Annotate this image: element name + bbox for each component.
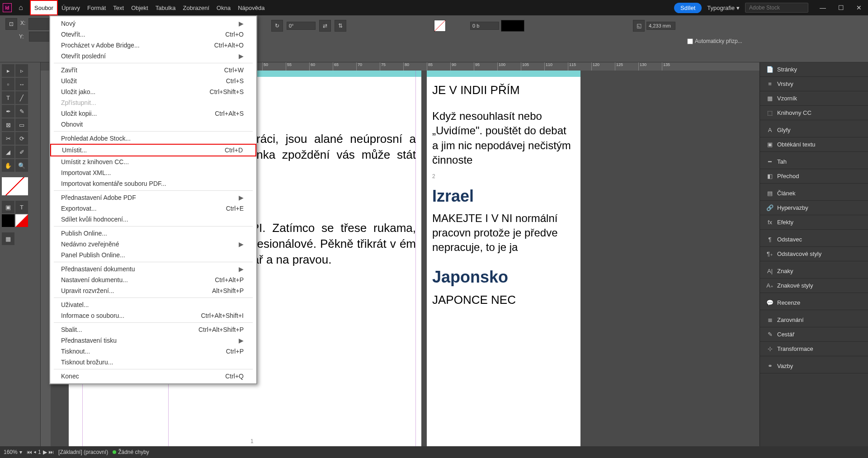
ref-point-icon[interactable]: ⊡	[5, 18, 17, 30]
format-container-icon[interactable]: ▣	[2, 201, 14, 213]
document-page-right[interactable]: JE V INDII PŘÍM Když nesouhlasít nebo „U…	[427, 71, 580, 446]
menu-nápověda[interactable]: Nápověda	[234, 0, 268, 15]
panel-vazby[interactable]: ⚭Vazby	[760, 359, 868, 373]
eyedropper-tool[interactable]: ✐	[15, 146, 28, 158]
maximize-button[interactable]: ☐	[832, 2, 850, 13]
panel-glyfy[interactable]: AGlyfy	[760, 123, 868, 137]
menu-item[interactable]: Přednastavení tisku▶	[50, 335, 256, 346]
pencil-tool[interactable]: ✎	[15, 105, 28, 118]
menu-item[interactable]: Upravit rozvržení...Alt+Shift+P	[50, 285, 256, 296]
menu-item[interactable]: Přednastavení dokumentu▶	[50, 264, 256, 274]
flip-v-icon[interactable]: ⇅	[335, 20, 346, 32]
menu-item[interactable]: Prohledat Adobe Stock...	[50, 133, 256, 144]
panel-obtékání-textu[interactable]: ▣Obtékání textu	[760, 137, 868, 152]
apply-none-icon[interactable]	[15, 214, 28, 227]
menu-item[interactable]: Publish Online...	[50, 228, 256, 239]
menu-item[interactable]: Tisknout brožuru...	[50, 357, 256, 368]
panel-přechod[interactable]: ◧Přechod	[760, 169, 868, 184]
minimize-button[interactable]: ―	[814, 2, 832, 13]
menu-item[interactable]: Umístit z knihoven CC...	[50, 156, 256, 167]
gap-tool[interactable]: ↔	[15, 78, 28, 90]
menu-úpravy[interactable]: Úpravy	[58, 0, 84, 15]
stock-search-input[interactable]	[745, 3, 808, 13]
menu-item[interactable]: Importovat XML...	[50, 167, 256, 178]
menu-item[interactable]: Umístit...Ctrl+D	[50, 144, 256, 156]
panel-vrstvy[interactable]: ≡Vrstvy	[760, 77, 868, 91]
line-tool[interactable]: ╱	[15, 91, 28, 104]
workspace-switcher[interactable]: Typografie ▾	[707, 5, 740, 11]
scissors-tool[interactable]: ✂	[2, 132, 14, 145]
transform-tool[interactable]: ⟳	[15, 132, 28, 145]
corner-input[interactable]	[646, 22, 675, 30]
panel-transformace[interactable]: ⊹Transformace	[760, 342, 868, 356]
home-icon[interactable]: ⌂	[15, 2, 26, 13]
stroke-weight-input[interactable]	[470, 22, 499, 30]
menu-item[interactable]: UložitCtrl+S	[50, 76, 256, 86]
menu-item[interactable]: Exportovat...Ctrl+E	[50, 203, 256, 214]
menu-item[interactable]: Uložit kopii...Ctrl+Alt+S	[50, 108, 256, 119]
autofit-checkbox[interactable]	[687, 38, 693, 44]
menu-item[interactable]: Uživatel...	[50, 299, 256, 310]
menu-soubor[interactable]: Soubor	[30, 0, 58, 15]
share-button[interactable]: Sdílet	[674, 3, 702, 13]
menu-item[interactable]: Importovat komentáře souboru PDF...	[50, 178, 256, 189]
panel-recenze[interactable]: 💬Recenze	[760, 296, 868, 310]
panel-knihovny-cc[interactable]: ⬚Knihovny CC	[760, 106, 868, 120]
menu-item[interactable]: Sbalit...Ctrl+Alt+Shift+P	[50, 324, 256, 335]
stroke-style[interactable]	[501, 20, 524, 32]
menu-item[interactable]: Informace o souboru...Ctrl+Alt+Shift+I	[50, 310, 256, 321]
menu-item[interactable]: Obnovit	[50, 119, 256, 130]
zoom-level[interactable]: 160% ▾	[4, 449, 22, 455]
menu-item[interactable]: Otevřít poslední▶	[50, 51, 256, 61]
selection-tool[interactable]: ▸	[2, 64, 14, 77]
flip-h-icon[interactable]: ⇄	[319, 20, 331, 32]
preflight-status[interactable]: Žádné chyby	[113, 449, 149, 455]
hand-tool[interactable]: ✋	[2, 159, 14, 172]
menu-tabulka[interactable]: Tabulka	[152, 0, 179, 15]
rotate-input[interactable]	[287, 22, 316, 30]
direct-selection-tool[interactable]: ▹	[15, 64, 28, 77]
panel-znaky[interactable]: A|Znaky	[760, 264, 868, 279]
fill-swatch[interactable]	[434, 20, 446, 32]
panel-článek[interactable]: ▤Článek	[760, 186, 868, 201]
page-navigator[interactable]: ⏮ ◀ 1 ▶ ⏭	[27, 449, 54, 455]
menu-item[interactable]: ZavřítCtrl+W	[50, 65, 256, 76]
menu-text[interactable]: Text	[109, 0, 127, 15]
panel-odstavcové-styly[interactable]: ¶₊Odstavcové styly	[760, 247, 868, 261]
page-tool[interactable]: ▫	[2, 78, 14, 90]
menu-item[interactable]: Přednastavení Adobe PDF▶	[50, 192, 256, 203]
preflight-preset[interactable]: [Základní] (pracovní)	[58, 449, 108, 455]
menu-item[interactable]: Nastavení dokumentu...Ctrl+Alt+P	[50, 274, 256, 285]
menu-item[interactable]: Otevřít...Ctrl+O	[50, 29, 256, 40]
panel-vzorník[interactable]: ▦Vzorník	[760, 91, 868, 106]
menu-item[interactable]: Procházet v Adobe Bridge...Ctrl+Alt+O	[50, 40, 256, 51]
rect-tool[interactable]: ▭	[15, 118, 28, 131]
fill-stroke-swatch[interactable]	[2, 177, 28, 195]
gradient-tool[interactable]: ◢	[2, 146, 14, 158]
rect-frame-tool[interactable]: ⊠	[2, 118, 14, 131]
menu-item[interactable]: Tisknout...Ctrl+P	[50, 346, 256, 357]
format-text-icon[interactable]: T	[15, 201, 28, 213]
panel-odstavec[interactable]: ¶Odstavec	[760, 232, 868, 247]
menu-item[interactable]: Nedávno zveřejněné▶	[50, 239, 256, 250]
view-mode-icon[interactable]: ▦	[2, 232, 14, 245]
corner-icon[interactable]: ◱	[633, 20, 645, 32]
panel-stránky[interactable]: 📄Stránky	[760, 62, 868, 77]
type-tool[interactable]: T	[2, 91, 14, 104]
menu-item[interactable]: KonecCtrl+Q	[50, 371, 256, 382]
menu-item[interactable]: Nový▶	[50, 18, 256, 29]
close-button[interactable]: ✕	[850, 2, 868, 13]
panel-efekty[interactable]: fxEfekty	[760, 215, 868, 230]
menu-zobrazení[interactable]: Zobrazení	[179, 0, 213, 15]
menu-formát[interactable]: Formát	[84, 0, 109, 15]
panel-cestář[interactable]: ✎Cestář	[760, 327, 868, 342]
zoom-tool[interactable]: 🔍	[15, 159, 28, 172]
pen-tool[interactable]: ✒	[2, 105, 14, 118]
menu-objekt[interactable]: Objekt	[127, 0, 152, 15]
panel-tah[interactable]: ━Tah	[760, 155, 868, 169]
apply-color-icon[interactable]	[2, 214, 14, 227]
panel-znakové-styly[interactable]: A₊Znakové styly	[760, 279, 868, 293]
menu-item[interactable]: Panel Publish Online...	[50, 250, 256, 260]
menu-okna[interactable]: Okna	[213, 0, 234, 15]
rotate-icon[interactable]: ↻	[271, 20, 283, 32]
